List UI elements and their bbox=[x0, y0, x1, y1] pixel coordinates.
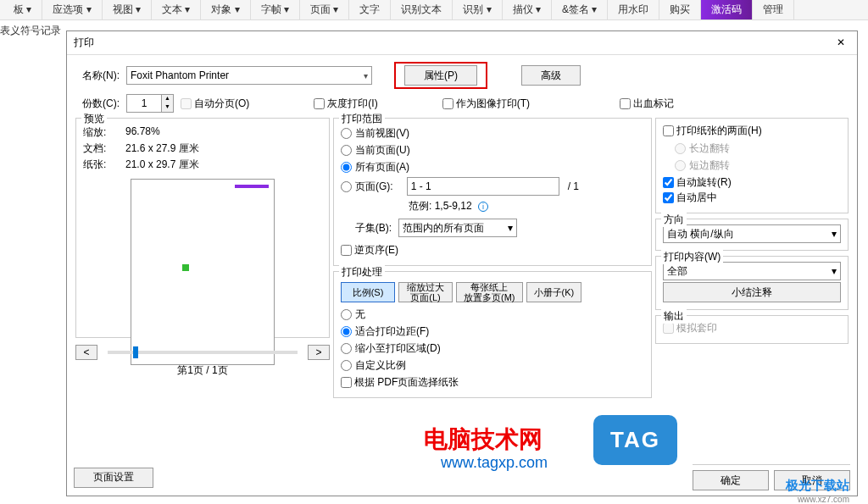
scale-button[interactable]: 比例(S) bbox=[341, 282, 395, 302]
content-value: 全部 bbox=[667, 264, 687, 279]
dialog-titlebar: 打印 ✕ bbox=[67, 31, 857, 55]
dialog-title-text: 打印 bbox=[74, 36, 94, 50]
chevron-down-icon: ▾ bbox=[832, 265, 837, 277]
orientation-value: 自动 横向/纵向 bbox=[667, 227, 734, 241]
shrink-large-button[interactable]: 缩放过大 页面(L) bbox=[398, 282, 453, 302]
grayscale-checkbox[interactable]: 灰度打印(I) bbox=[314, 97, 377, 111]
printer-name-value: Foxit Phantom Printer bbox=[131, 69, 229, 81]
current-page-radio[interactable] bbox=[341, 145, 352, 156]
paper-size-value: 21.0 x 29.7 厘米 bbox=[125, 158, 199, 172]
custom-scale-label: 自定义比例 bbox=[355, 358, 406, 373]
toolbar-item[interactable]: 文本 ▾ bbox=[152, 0, 201, 19]
printer-name-combo[interactable]: Foxit Phantom Printer ▾ bbox=[126, 66, 372, 85]
jiguang-url: www.xz7.com bbox=[798, 495, 849, 504]
auto-rotate-checkbox[interactable]: 自动旋转(R) bbox=[663, 175, 732, 190]
chevron-down-icon: ▾ bbox=[508, 222, 513, 234]
subset-select[interactable]: 范围内的所有页面 ▾ bbox=[398, 219, 517, 237]
bleed-checkbox[interactable]: 出血标记 bbox=[620, 97, 674, 111]
long-edge-label: 长边翻转 bbox=[689, 141, 730, 156]
toolbar-item[interactable]: 识别 ▾ bbox=[453, 0, 502, 19]
page-slider[interactable] bbox=[108, 351, 298, 354]
summary-annotations-button[interactable]: 小结注释 bbox=[663, 282, 841, 302]
multi-per-sheet-button[interactable]: 每张纸上 放置多页(M) bbox=[456, 282, 523, 302]
duplex-label: 打印纸张的两面(H) bbox=[676, 124, 762, 138]
toolbar-item[interactable]: 字帧 ▾ bbox=[251, 0, 300, 19]
spinner-down-icon[interactable]: ▼ bbox=[162, 103, 173, 112]
booklet-button[interactable]: 小册子(K) bbox=[526, 282, 582, 302]
short-edge-label: 短边翻转 bbox=[689, 158, 730, 173]
bleed-label: 出血标记 bbox=[633, 97, 674, 111]
toolbar-item[interactable]: 购买 bbox=[659, 0, 701, 19]
preview-canvas bbox=[131, 179, 275, 365]
page-indicator: 第1页 / 1页 bbox=[75, 363, 330, 378]
content-select[interactable]: 全部 ▾ bbox=[663, 262, 841, 280]
spinner-up-icon[interactable]: ▲ bbox=[162, 95, 173, 103]
orientation-fieldset: 方向 自动 横向/纵向 ▾ bbox=[655, 219, 849, 251]
zoom-value: 96.78% bbox=[125, 125, 160, 140]
close-icon[interactable]: ✕ bbox=[837, 36, 850, 50]
ok-button[interactable]: 确定 bbox=[693, 470, 769, 490]
chevron-down-icon: ▾ bbox=[832, 228, 837, 240]
pages-label: 页面(G): bbox=[355, 180, 393, 194]
page-setup-button[interactable]: 页面设置 bbox=[74, 468, 153, 488]
as-image-checkbox[interactable]: 作为图像打印(T) bbox=[442, 97, 530, 111]
none-radio[interactable] bbox=[341, 309, 352, 320]
content-legend: 打印内容(W) bbox=[661, 250, 723, 264]
print-range-fieldset: 打印范围 当前视图(V) 当前页面(U) 所有页面(A) 页面(G): 1 - … bbox=[333, 118, 652, 266]
subset-value: 范围内的所有页面 bbox=[403, 221, 484, 235]
pages-radio[interactable] bbox=[341, 181, 352, 192]
advanced-button[interactable]: 高级 bbox=[521, 65, 581, 86]
toolbar-item[interactable]: 页面 ▾ bbox=[300, 0, 349, 19]
output-fieldset: 输出 模拟套印 bbox=[655, 315, 849, 344]
orientation-select[interactable]: 自动 横向/纵向 ▾ bbox=[663, 224, 841, 243]
tag-badge: TAG bbox=[593, 415, 677, 465]
preview-mark bbox=[182, 264, 189, 271]
toolbar-item[interactable]: 视图 ▾ bbox=[103, 0, 152, 19]
copies-input[interactable] bbox=[127, 95, 161, 112]
toolbar-item[interactable]: 应选项 ▾ bbox=[42, 0, 102, 19]
doc-size-value: 21.6 x 27.9 厘米 bbox=[125, 141, 199, 156]
fit-margins-radio[interactable] bbox=[341, 326, 352, 337]
handling-legend: 打印处理 bbox=[339, 265, 385, 280]
toolbar-item[interactable]: 对象 ▾ bbox=[201, 0, 250, 19]
by-pdf-page-checkbox[interactable]: 根据 PDF页面选择纸张 bbox=[341, 375, 459, 390]
jiguang-logo: 极光下载站 bbox=[786, 478, 849, 494]
copies-spinner[interactable]: ▲▼ bbox=[126, 94, 174, 113]
info-icon[interactable]: i bbox=[478, 202, 488, 212]
toolbar-item[interactable]: 板 ▾ bbox=[3, 0, 42, 19]
toolbar-item[interactable]: 管理 bbox=[753, 0, 794, 19]
shrink-area-radio[interactable] bbox=[341, 343, 352, 354]
print-handling-fieldset: 打印处理 比例(S) 缩放过大 页面(L) 每张纸上 放置多页(M) 小册子(K… bbox=[333, 271, 652, 398]
shrink-area-label: 缩小至打印区域(D) bbox=[355, 341, 441, 356]
next-page-button[interactable]: > bbox=[308, 345, 330, 360]
all-pages-radio[interactable] bbox=[341, 162, 352, 173]
doc-size-label: 文档: bbox=[83, 141, 125, 156]
prev-page-button[interactable]: < bbox=[75, 345, 97, 360]
orientation-legend: 方向 bbox=[661, 213, 687, 227]
grayscale-label: 灰度打印(I) bbox=[327, 97, 377, 111]
side-panel-text: 表义符号记录 bbox=[0, 24, 61, 38]
toolbar-item[interactable]: 用水印 bbox=[608, 0, 659, 19]
custom-scale-radio[interactable] bbox=[341, 360, 352, 371]
properties-button[interactable]: 属性(P) bbox=[404, 65, 477, 86]
toolbar-item[interactable]: 识别文本 bbox=[391, 0, 453, 19]
auto-center-checkbox[interactable]: 自动居中 bbox=[663, 191, 717, 205]
as-image-label: 作为图像打印(T) bbox=[456, 97, 530, 111]
copies-label: 份数(C): bbox=[75, 97, 120, 111]
preview-legend: 预览 bbox=[81, 112, 107, 126]
toolbar-item[interactable]: 描仪 ▾ bbox=[503, 0, 552, 19]
current-view-radio[interactable] bbox=[341, 128, 352, 139]
toolbar-item[interactable]: 文字 bbox=[349, 0, 391, 19]
output-legend: 输出 bbox=[661, 309, 687, 324]
reverse-order-checkbox[interactable]: 逆页序(E) bbox=[341, 243, 398, 258]
toolbar-item-activate[interactable]: 激活码 bbox=[701, 0, 753, 19]
pages-input[interactable]: 1 - 1 bbox=[407, 177, 559, 196]
all-pages-label: 所有页面(A) bbox=[355, 160, 409, 174]
toolbar-item[interactable]: &签名 ▾ bbox=[552, 0, 608, 19]
preview-stripe bbox=[235, 185, 269, 188]
collate-label: 自动分页(O) bbox=[194, 97, 249, 111]
slider-thumb[interactable] bbox=[133, 346, 138, 358]
collate-checkbox[interactable]: 自动分页(O) bbox=[181, 97, 249, 111]
duplex-fieldset: 打印纸张的两面(H) 长边翻转 短边翻转 自动旋转(R) 自动居中 bbox=[655, 118, 849, 213]
duplex-checkbox[interactable]: 打印纸张的两面(H) bbox=[663, 124, 762, 138]
